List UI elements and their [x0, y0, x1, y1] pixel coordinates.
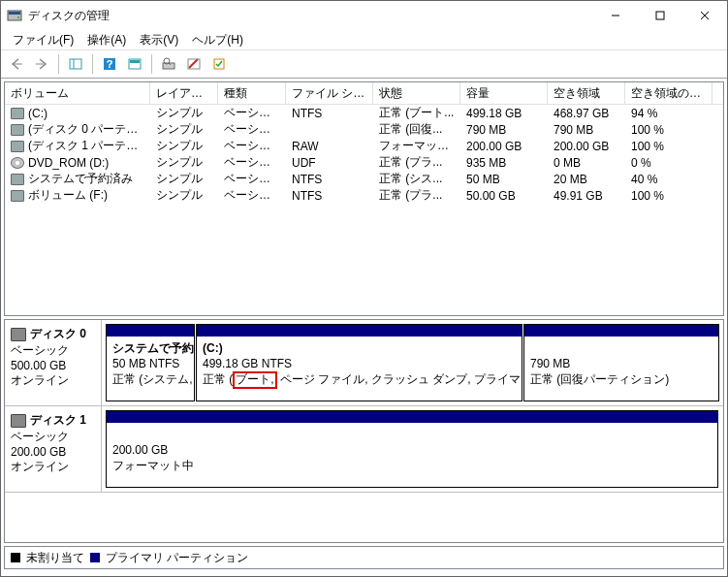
rescan-button[interactable] [157, 52, 180, 76]
partition-size: 499.18 GB NTFS [203, 356, 516, 371]
graphical-view[interactable]: ディスク 0ベーシック500.00 GBオンラインシステムで予約済み50 MB … [4, 319, 724, 543]
cell-capacity: 499.18 GB [460, 107, 548, 120]
cell-fs: NTFS [286, 173, 373, 186]
disk-icon [11, 108, 24, 119]
cell-free: 200.00 GB [548, 140, 625, 153]
svg-text:?: ? [107, 58, 113, 70]
partition[interactable]: 790 MB正常 (回復パーティション) [523, 324, 719, 401]
volume-name: システムで予約済み [28, 172, 133, 185]
partitions: 200.00 GBフォーマット中 [102, 406, 723, 492]
highlight-boot: ブート, [233, 371, 276, 388]
svg-rect-7 [70, 59, 81, 69]
col-status[interactable]: 状態 [373, 82, 460, 104]
svg-rect-13 [163, 63, 174, 69]
disk-icon [11, 141, 24, 152]
cell-pct: 100 % [625, 123, 712, 137]
disk-status: オンライン [11, 372, 95, 389]
cell-type: ベーシック [218, 171, 286, 187]
menubar: ファイル(F) 操作(A) 表示(V) ヘルプ(H) [1, 30, 727, 49]
svg-rect-12 [130, 60, 140, 63]
refresh-button[interactable] [123, 52, 146, 76]
minimize-button[interactable] [593, 1, 638, 30]
col-layout[interactable]: レイアウト [150, 82, 218, 104]
disk-icon [11, 414, 26, 428]
cell-free: 790 MB [548, 123, 625, 137]
disk-label[interactable]: ディスク 1ベーシック200.00 GBオンライン [5, 406, 102, 492]
menu-file[interactable]: ファイル(F) [7, 30, 79, 50]
col-filesystem[interactable]: ファイル システム [286, 82, 373, 104]
volume-list[interactable]: ボリューム レイアウト 種類 ファイル システム 状態 容量 空き領域 空き領域… [4, 81, 724, 316]
legend: 未割り当て プライマリ パーティション [4, 546, 724, 569]
cell-type: ベーシック [218, 105, 286, 121]
maximize-button[interactable] [638, 1, 682, 30]
disk-icon [11, 328, 26, 341]
cell-capacity: 50 MB [460, 173, 548, 186]
menu-action[interactable]: 操作(A) [81, 30, 132, 50]
forward-button[interactable] [30, 52, 53, 76]
partition-title: (C:) [203, 340, 516, 356]
disk-name: ディスク 1 [30, 412, 86, 429]
partition-size: 790 MB [530, 356, 712, 371]
cell-capacity: 50.00 GB [460, 189, 548, 203]
disk-row: ディスク 0ベーシック500.00 GBオンラインシステムで予約済み50 MB … [5, 320, 723, 406]
col-percent[interactable]: 空き領域の割... [625, 82, 712, 104]
close-button[interactable] [682, 1, 727, 30]
col-free[interactable]: 空き領域 [548, 82, 625, 104]
legend-swatch-primary [90, 553, 100, 562]
back-button[interactable] [5, 52, 28, 76]
partition-size: 200.00 GB [112, 442, 712, 458]
partition-header [107, 325, 194, 337]
cell-status: 正常 (ブート... [373, 105, 460, 121]
partition-title: システムで予約済み [112, 340, 188, 356]
window-title: ディスクの管理 [28, 8, 593, 24]
titlebar[interactable]: ディスクの管理 [1, 1, 727, 30]
disk-icon [11, 124, 24, 136]
col-type[interactable]: 種類 [218, 82, 286, 104]
help-button[interactable]: ? [98, 52, 121, 76]
volume-row[interactable]: ボリューム (F:)シンプルベーシックNTFS正常 (プラ...50.00 GB… [5, 187, 723, 204]
volume-row[interactable]: (ディスク 1 パーティシ...シンプルベーシックRAWフォーマット中200.0… [5, 138, 723, 154]
volume-row[interactable]: DVD_ROM (D:)シンプルベーシックUDF正常 (プラ...935 MB0… [5, 154, 723, 171]
disk-label[interactable]: ディスク 0ベーシック500.00 GBオンライン [5, 320, 102, 405]
cell-status: 正常 (プラ... [373, 187, 460, 204]
show-hide-tree-button[interactable] [64, 52, 87, 76]
svg-rect-1 [9, 12, 20, 15]
col-capacity[interactable]: 容量 [460, 82, 548, 104]
partition-status: 正常 (回復パーティション) [530, 371, 712, 387]
disk-icon [11, 190, 24, 202]
partition[interactable]: (C:)499.18 GB NTFS正常 (ブート, ページ ファイル, クラッ… [196, 324, 522, 401]
separator [58, 54, 59, 74]
menu-view[interactable]: 表示(V) [134, 30, 184, 50]
menu-help[interactable]: ヘルプ(H) [186, 30, 249, 50]
cell-pct: 0 % [625, 156, 712, 170]
legend-primary: プライマリ パーティション [106, 550, 248, 566]
disk-management-window: ディスクの管理 ファイル(F) 操作(A) 表示(V) ヘルプ(H) ? ボリュ… [0, 0, 728, 577]
cell-fs: NTFS [286, 107, 373, 120]
legend-swatch-unallocated [11, 553, 20, 562]
cell-layout: シンプル [150, 121, 218, 138]
cell-layout: シンプル [150, 187, 218, 204]
partition[interactable]: 200.00 GBフォーマット中 [106, 410, 718, 488]
list-header: ボリューム レイアウト 種類 ファイル システム 状態 容量 空き領域 空き領域… [5, 82, 723, 105]
app-icon [7, 8, 22, 23]
settings-button[interactable] [182, 52, 206, 76]
col-volume[interactable]: ボリューム [5, 82, 150, 104]
cell-fs: UDF [286, 156, 373, 170]
cell-status: 正常 (回復... [373, 121, 460, 138]
volume-row[interactable]: (C:)シンプルベーシックNTFS正常 (ブート...499.18 GB468.… [5, 105, 723, 121]
cell-pct: 94 % [625, 107, 712, 120]
cell-layout: シンプル [150, 105, 218, 121]
volume-row[interactable]: (ディスク 0 パーティシ...シンプルベーシック正常 (回復...790 MB… [5, 121, 723, 138]
properties-button[interactable] [207, 52, 231, 76]
cell-type: ベーシック [218, 154, 286, 171]
partition[interactable]: システムで予約済み50 MB NTFS正常 (システム, アク [106, 324, 195, 401]
separator [92, 54, 93, 74]
cell-free: 468.97 GB [548, 107, 625, 120]
cell-free: 49.91 GB [548, 189, 625, 203]
cd-icon [11, 157, 24, 169]
cell-pct: 100 % [625, 189, 712, 203]
cell-pct: 40 % [625, 173, 712, 186]
volume-row[interactable]: システムで予約済みシンプルベーシックNTFS正常 (シス...50 MB20 M… [5, 171, 723, 187]
cell-fs: RAW [286, 140, 373, 153]
volume-name: (ディスク 0 パーティシ... [28, 122, 150, 136]
